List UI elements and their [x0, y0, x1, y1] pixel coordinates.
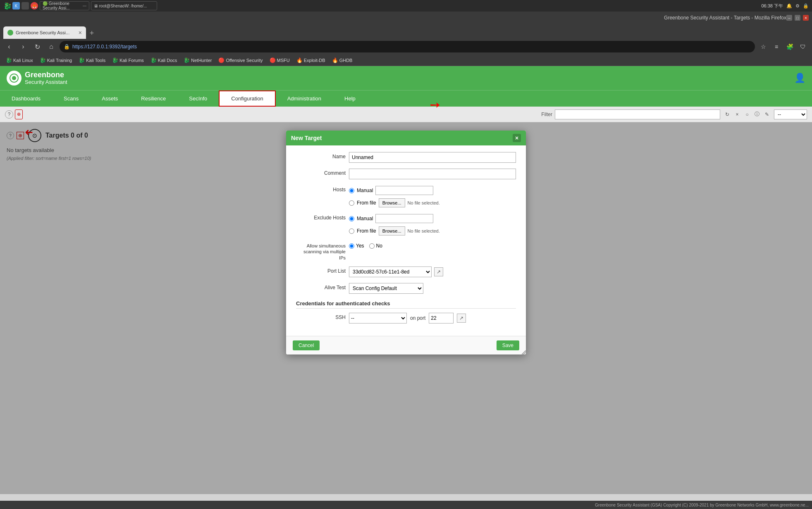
ssh-select[interactable]: -- — [349, 313, 407, 323]
name-row: Name — [296, 152, 516, 163]
logo-text: Greenbone Security Assistant — [25, 71, 67, 86]
filter-info-icon[interactable]: ⓘ — [752, 110, 762, 119]
taskbar-app-window[interactable]: 🟢 Greenbone Security Assi... — — [40, 1, 89, 10]
ssh-port-input[interactable] — [429, 313, 454, 323]
ssh-new-icon[interactable]: ↗ — [457, 314, 466, 323]
tab-close-button[interactable]: × — [79, 29, 82, 36]
name-input[interactable] — [349, 152, 516, 163]
port-list-new-icon[interactable]: ↗ — [434, 267, 443, 276]
os-settings-icon[interactable]: ⚙ — [795, 3, 800, 9]
nav-secinfo[interactable]: SecInfo — [177, 90, 219, 107]
exclude-manual-radio[interactable] — [349, 216, 354, 221]
window-controls: – □ × — [786, 15, 812, 21]
svg-point-1 — [12, 76, 16, 80]
ssh-controls: -- on port ↗ — [349, 313, 466, 323]
bookmark-msfu[interactable]: 🔴 MSFU — [267, 57, 292, 64]
user-icon[interactable]: 👤 — [794, 73, 805, 83]
new-tab-button[interactable]: + — [86, 27, 98, 39]
filter-select[interactable]: -- — [774, 109, 807, 119]
status-bar: Greenbone Security Assistant (GSA) Copyr… — [0, 501, 812, 509]
new-target-modal: New Target × Name Comment Hos — [286, 131, 526, 354]
reload-button[interactable]: ↻ — [31, 41, 43, 52]
exclude-manual-input[interactable] — [375, 214, 433, 223]
nav-scans[interactable]: Scans — [52, 90, 90, 107]
maximize-button[interactable]: □ — [795, 15, 800, 21]
kali-dragon-icon[interactable]: 🐉 — [3, 2, 11, 10]
app-header: Greenbone Security Assistant 👤 — [0, 66, 812, 90]
hosts-manual-radio[interactable] — [349, 188, 354, 193]
hosts-file-radio[interactable] — [349, 200, 354, 206]
taskbar-terminal[interactable]: 🖥 root@ShenaoW: /home/... — [91, 1, 157, 10]
hosts-manual-label: Manual — [357, 188, 373, 193]
extensions-icon[interactable]: 🧩 — [784, 41, 795, 52]
home-button[interactable]: ⌂ — [45, 41, 57, 52]
modal-header: New Target × — [286, 131, 526, 145]
exclude-browse-button[interactable]: Browse... — [379, 226, 405, 235]
port-list-select[interactable]: 33d0cd82-57c6-11e1-8ed — [349, 266, 432, 277]
nav-dashboards[interactable]: Dashboards — [0, 90, 52, 107]
alive-test-select[interactable]: Scan Config Default — [349, 283, 423, 294]
bookmark-kali-tools[interactable]: 🐉 Kali Tools — [76, 57, 108, 64]
hosts-browse-button[interactable]: Browse... — [379, 198, 405, 207]
bookmark-kali-training[interactable]: 🐉 Kali Training — [37, 57, 75, 64]
resize-handle[interactable] — [522, 350, 526, 354]
nav-configuration[interactable]: Configuration — [219, 90, 275, 107]
nav-administration[interactable]: Administration — [276, 90, 333, 107]
lock-icon: 🔒 — [64, 44, 70, 50]
allow-yes-radio[interactable] — [349, 243, 354, 249]
firefox-title: Greenbone Security Assistant - Targets -… — [664, 15, 786, 21]
allow-yes-label: Yes — [349, 243, 364, 249]
browser-nav-bar: ‹ › ↻ ⌂ 🔒 https://127.0.0.1:9392/targets… — [0, 39, 812, 55]
os-notification-icon[interactable]: 🔔 — [786, 3, 792, 9]
bookmark-exploit-db[interactable]: 🔥 Exploit-DB — [294, 57, 328, 64]
nav-assets[interactable]: Assets — [90, 90, 129, 107]
close-button[interactable]: × — [803, 15, 809, 21]
kali-tools-icon: 🐉 — [79, 57, 85, 63]
filter-edit-icon[interactable]: ✎ — [762, 110, 771, 119]
comment-label: Comment — [296, 169, 346, 176]
bookmark-nethunter[interactable]: 🐉 NetHunter — [181, 57, 214, 64]
greenbone-svg-icon — [9, 73, 19, 83]
tab-title: Greenbone Security Assi... — [16, 30, 69, 35]
minimize-button[interactable]: – — [786, 15, 792, 21]
exclude-hosts-label: Exclude Hosts — [296, 213, 346, 221]
modal-close-button[interactable]: × — [513, 134, 521, 142]
allow-no-radio[interactable] — [369, 243, 375, 249]
shield-icon[interactable]: 🛡 — [797, 41, 809, 52]
browser-menu-icon[interactable]: ≡ — [771, 41, 782, 52]
comment-input[interactable] — [349, 169, 516, 179]
hosts-file-label: From file — [357, 200, 376, 206]
back-button[interactable]: ‹ — [3, 41, 15, 52]
bookmark-star-icon[interactable]: ☆ — [757, 41, 769, 52]
new-target-icon[interactable]: ⊕ — [15, 109, 23, 119]
os-lock-icon[interactable]: 🔒 — [803, 3, 809, 9]
port-list-label: Port List — [296, 266, 346, 274]
app-icon-3[interactable]: 🦊 — [31, 2, 38, 10]
ssh-row: SSH -- on port ↗ — [296, 313, 516, 323]
exclude-no-file-label: No file selected. — [408, 228, 440, 233]
nav-resilience[interactable]: Resilience — [129, 90, 177, 107]
page-content: ➘ ? ⊕ ➜ ⊙ Targets 0 of 0 No targets avai… — [0, 122, 812, 494]
bookmark-kali-forums[interactable]: 🐉 Kali Forums — [110, 57, 146, 64]
cancel-button[interactable]: Cancel — [293, 340, 320, 350]
msfu-icon: 🔴 — [270, 57, 276, 63]
filter-clear-icon[interactable]: × — [733, 110, 742, 119]
browser-tab-active[interactable]: Greenbone Security Assi... × — [3, 26, 86, 39]
bookmark-ghdb[interactable]: 🔥 GHDB — [330, 57, 355, 64]
bookmark-kali-linux[interactable]: 🐉 Kali Linux — [3, 57, 36, 64]
filter-reset-icon[interactable]: ○ — [743, 110, 752, 119]
bookmark-offensive-security[interactable]: 🔴 Offensive Security — [216, 57, 265, 64]
save-button[interactable]: Save — [497, 340, 519, 350]
hosts-manual-input[interactable] — [375, 186, 433, 195]
forward-button[interactable]: › — [17, 41, 29, 52]
address-bar[interactable]: 🔒 https://127.0.0.1:9392/targets — [60, 41, 755, 52]
filter-input[interactable] — [555, 109, 720, 119]
app-icon-1[interactable]: K — [12, 2, 20, 10]
exclude-file-radio[interactable] — [349, 228, 354, 234]
filter-refresh-icon[interactable]: ↻ — [723, 110, 732, 119]
modal-body: Name Comment Hosts Manual — [286, 145, 526, 336]
app-icon-2[interactable] — [21, 2, 29, 10]
nav-help[interactable]: Help — [333, 90, 367, 107]
bookmark-kali-docs[interactable]: 🐉 Kali Docs — [148, 57, 179, 64]
help-icon[interactable]: ? — [5, 110, 13, 119]
